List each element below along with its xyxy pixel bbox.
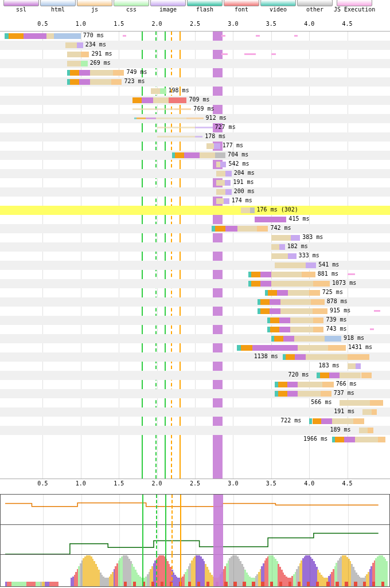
legend-js: js: [77, 0, 112, 13]
waterfall-row[interactable]: 918 ms: [0, 334, 390, 343]
segment-js: [313, 281, 330, 287]
waterfall-row[interactable]: 770 ms: [0, 32, 390, 41]
waterfall-row[interactable]: 766 ms: [0, 380, 390, 389]
waterfall-row[interactable]: 1073 ms: [0, 279, 390, 288]
segment-conn: [132, 97, 142, 103]
waterfall-row[interactable]: 182 ms: [0, 242, 390, 252]
waterfall-row[interactable]: 176 ms (302): [0, 206, 390, 215]
segment-img: [291, 235, 300, 241]
segment-ssl: [225, 226, 237, 232]
waterfall-row[interactable]: 174 ms: [0, 197, 390, 206]
segment-wait: [340, 373, 361, 378]
segment-ssl: [279, 327, 290, 332]
waterfall-row[interactable]: 743 ms: [0, 325, 390, 334]
row-duration-label: 878 ms: [327, 298, 348, 304]
segment-js: [348, 354, 370, 360]
waterfall-row[interactable]: 178 ms: [0, 132, 390, 142]
segment-wait: [200, 152, 215, 158]
segment-ssl: [270, 299, 280, 305]
segment-js: [361, 373, 372, 378]
waterfall-row[interactable]: 720 ms: [0, 371, 390, 380]
segment-css: [81, 61, 88, 66]
waterfall-row[interactable]: 881 ms: [0, 270, 390, 279]
bottom-panel: [0, 494, 390, 587]
row-duration-label: 766 ms: [336, 381, 357, 387]
waterfall-row[interactable]: 383 ms: [0, 233, 390, 242]
waterfall-row[interactable]: 878 ms: [0, 297, 390, 307]
row-duration-label: 770 ms: [83, 32, 104, 38]
axis-tick: 4.0: [304, 21, 314, 27]
waterfall-row[interactable]: 191 ms: [0, 178, 390, 187]
segment-wait: [67, 52, 81, 57]
waterfall-row[interactable]: 191 ms: [0, 407, 390, 417]
segment-wait: [216, 162, 220, 167]
segment-conn: [335, 437, 344, 442]
segment-js: [302, 272, 315, 277]
waterfall-row[interactable]: 912 ms: [0, 114, 390, 123]
waterfall-row[interactable]: 183 ms: [0, 362, 390, 371]
axis-tick: 3.5: [266, 480, 276, 487]
waterfall-row[interactable]: 1138 ms: [0, 352, 390, 362]
segment-js: [313, 308, 328, 314]
row-duration-label: 191 ms: [233, 179, 253, 185]
waterfall-row[interactable]: 234 ms: [0, 41, 390, 50]
row-duration-label: 912 ms: [206, 115, 227, 121]
row-duration-label: 881 ms: [318, 271, 338, 277]
segment-wait: [151, 88, 160, 94]
axis-tick: 3.5: [266, 21, 276, 27]
axis-tick: 2.0: [152, 480, 162, 487]
waterfall-row[interactable]: 189 ms: [0, 426, 390, 435]
waterfall-row[interactable]: 1966 ms: [0, 435, 390, 444]
waterfall-row[interactable]: 723 ms: [0, 77, 390, 87]
waterfall-row[interactable]: 200 ms: [0, 187, 390, 197]
row-duration-label: 749 ms: [126, 69, 147, 75]
waterfall-row[interactable]: 542 ms: [0, 160, 390, 169]
segment-conn: [286, 354, 295, 360]
segment-css: [160, 88, 166, 94]
segment-js: [353, 418, 364, 424]
waterfall-row[interactable]: 722 ms: [0, 417, 390, 426]
segment-wait: [340, 400, 370, 406]
row-duration-label: 1073 ms: [332, 280, 356, 286]
segment-wait: [271, 235, 291, 241]
waterfall-row[interactable]: 198 ms: [0, 87, 390, 96]
waterfall-row[interactable]: 204 ms: [0, 169, 390, 178]
waterfall-row[interactable]: 727 ms: [0, 123, 390, 132]
waterfall-row[interactable]: 541 ms: [0, 261, 390, 270]
segment-wait: [280, 299, 311, 305]
waterfall-row[interactable]: 739 ms: [0, 316, 390, 325]
row-duration-label: 704 ms: [228, 151, 248, 158]
segment-js: [378, 437, 385, 442]
segment-wait: [216, 198, 224, 204]
segment-conn: [270, 327, 279, 332]
segment-wait: [241, 207, 250, 213]
waterfall-row[interactable]: 725 ms: [0, 288, 390, 297]
waterfall-row[interactable]: 742 ms: [0, 224, 390, 233]
waterfall-row[interactable]: 566 ms: [0, 398, 390, 407]
segment-js: [257, 226, 268, 232]
row-duration-label: 200 ms: [234, 188, 255, 194]
segment-ssl: [260, 281, 271, 287]
waterfall-row[interactable]: 269 ms: [0, 59, 390, 68]
axis-tick: 4.0: [304, 480, 314, 487]
segment-ssl: [252, 345, 298, 351]
waterfall-row[interactable]: 415 ms: [0, 215, 390, 224]
waterfall-row[interactable]: 769 ms: [0, 105, 390, 114]
waterfall-row[interactable]: 177 ms: [0, 142, 390, 151]
waterfall-row[interactable]: 1431 ms: [0, 343, 390, 352]
segment-img: [220, 162, 227, 167]
waterfall-row[interactable]: 709 ms: [0, 96, 390, 105]
segment-wait: [156, 117, 186, 119]
waterfall-row[interactable]: 333 ms: [0, 252, 390, 261]
row-duration-label: 742 ms: [270, 225, 291, 231]
waterfall-row[interactable]: 737 ms: [0, 389, 390, 398]
segment-wait: [90, 79, 111, 85]
segment-ssl: [260, 272, 271, 277]
waterfall-row[interactable]: 749 ms: [0, 68, 390, 77]
waterfall-row[interactable]: 291 ms: [0, 50, 390, 59]
row-duration-label: 542 ms: [228, 160, 249, 167]
segment-wait: [298, 382, 322, 387]
waterfall-row[interactable]: 704 ms: [0, 151, 390, 160]
waterfall-row[interactable]: 915 ms: [0, 307, 390, 316]
segment-conn: [175, 152, 184, 158]
